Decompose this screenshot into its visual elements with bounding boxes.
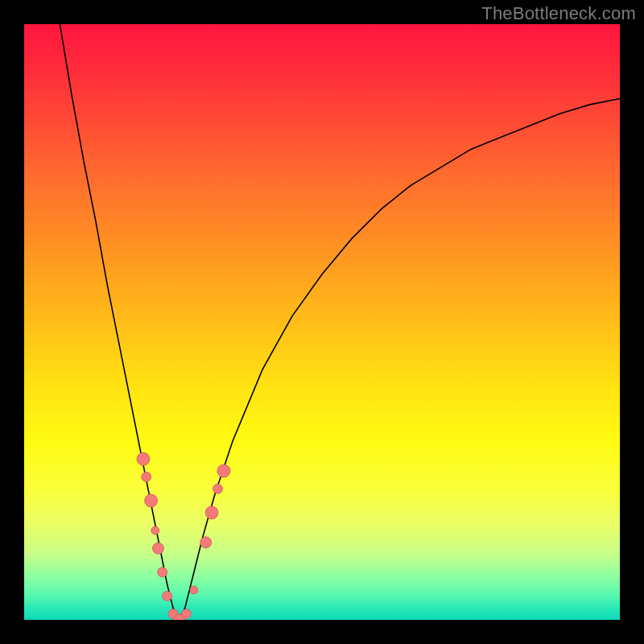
- data-marker: [213, 484, 223, 493]
- data-marker: [205, 506, 218, 519]
- plot-background: [24, 24, 620, 620]
- data-marker: [190, 586, 198, 594]
- data-marker: [142, 472, 151, 481]
- data-marker: [217, 464, 230, 477]
- chart-frame: TheBottleneck.com: [0, 0, 644, 644]
- data-marker: [200, 537, 212, 548]
- data-marker: [151, 526, 159, 535]
- watermark-text: TheBottleneck.com: [481, 3, 636, 24]
- data-marker: [153, 543, 164, 554]
- data-marker: [137, 452, 150, 465]
- data-marker: [181, 609, 191, 619]
- chart-svg: [24, 24, 620, 620]
- data-marker: [163, 591, 172, 601]
- bottleneck-curve: [60, 24, 620, 620]
- markers-group: [137, 452, 230, 620]
- data-marker: [145, 494, 158, 507]
- data-marker: [158, 568, 167, 577]
